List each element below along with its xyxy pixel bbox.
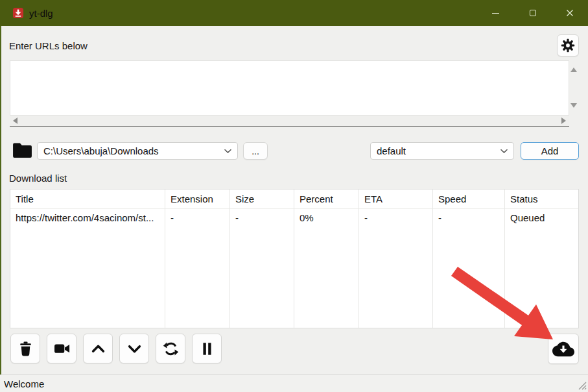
- minimize-button[interactable]: [477, 0, 514, 26]
- move-down-button[interactable]: [119, 334, 149, 363]
- minimize-icon: [492, 13, 499, 14]
- row-cell-title[interactable]: https://twitter.com/4sacinom/st...: [10, 209, 165, 227]
- column-header-extension[interactable]: Extension: [165, 190, 229, 209]
- row-cell-status[interactable]: Queued: [505, 209, 578, 227]
- trash-icon: [17, 340, 34, 358]
- chevron-up-icon: [89, 340, 107, 358]
- browse-button-label: ...: [252, 146, 259, 156]
- add-button-label: Add: [541, 145, 559, 156]
- profile-combobox[interactable]: default: [370, 142, 514, 160]
- scroll-down-icon[interactable]: [570, 103, 577, 108]
- column-percent: Percent 0%: [294, 190, 359, 328]
- start-downloads-button[interactable]: [548, 334, 579, 364]
- chevron-down-icon: [500, 149, 508, 153]
- column-header-eta[interactable]: ETA: [359, 190, 432, 209]
- column-extension: Extension -: [165, 190, 230, 328]
- pause-icon: [198, 340, 216, 358]
- video-camera-icon: [53, 340, 71, 358]
- close-button[interactable]: [551, 0, 588, 26]
- column-speed: Speed -: [433, 190, 505, 328]
- column-status: Status Queued: [505, 190, 578, 328]
- scroll-left-icon[interactable]: [13, 117, 18, 124]
- scroll-up-icon[interactable]: [570, 67, 577, 72]
- column-size: Size -: [230, 190, 294, 328]
- pause-button[interactable]: [192, 334, 222, 363]
- download-list-label: Download list: [9, 173, 67, 184]
- profile-value: default: [377, 145, 500, 156]
- scroll-right-icon[interactable]: [561, 117, 566, 124]
- maximize-icon: [530, 10, 536, 16]
- download-path-combobox[interactable]: C:\Users\abuja\Downloads: [37, 142, 238, 160]
- app-icon: [13, 8, 23, 18]
- statusbar: Welcome: [0, 374, 588, 392]
- resize-grip-icon[interactable]: [578, 382, 587, 390]
- column-header-status[interactable]: Status: [505, 190, 578, 209]
- maximize-button[interactable]: [514, 0, 551, 26]
- horizontal-scrollbar[interactable]: [10, 116, 569, 127]
- sync-arrows-icon: [162, 340, 180, 358]
- row-cell-speed[interactable]: -: [433, 209, 504, 227]
- watch-video-button[interactable]: [47, 334, 76, 363]
- move-up-button[interactable]: [83, 334, 113, 363]
- column-header-percent[interactable]: Percent: [294, 190, 359, 209]
- titlebar[interactable]: yt-dlg: [0, 0, 588, 26]
- browse-button[interactable]: ...: [243, 142, 268, 160]
- window-border-left: [0, 26, 1, 392]
- vertical-scrollbar[interactable]: [569, 60, 578, 116]
- enter-urls-label: Enter URLs below: [9, 40, 88, 51]
- url-textarea[interactable]: [10, 60, 569, 116]
- close-icon: [566, 9, 574, 17]
- column-eta: ETA -: [359, 190, 433, 328]
- chevron-down-icon: [126, 340, 143, 358]
- row-cell-size[interactable]: -: [230, 209, 294, 227]
- row-cell-extension[interactable]: -: [165, 209, 229, 227]
- chevron-down-icon: [224, 149, 231, 153]
- download-path-value: C:\Users\abuja\Downloads: [43, 145, 224, 156]
- yt-dlg-window: yt-dlg Enter URLs below: [0, 0, 588, 392]
- status-text: Welcome: [4, 378, 44, 389]
- column-header-speed[interactable]: Speed: [433, 190, 504, 209]
- open-folder-button[interactable]: [10, 140, 34, 161]
- delete-button[interactable]: [10, 334, 40, 363]
- column-header-size[interactable]: Size: [230, 190, 294, 209]
- row-cell-percent[interactable]: 0%: [294, 209, 359, 227]
- reload-button[interactable]: [156, 334, 185, 363]
- url-input-panel: [10, 60, 578, 128]
- folder-icon: [12, 141, 33, 160]
- gear-icon: [560, 38, 576, 53]
- add-button[interactable]: Add: [521, 142, 579, 160]
- settings-button[interactable]: [557, 34, 579, 56]
- download-list-table: Title https://twitter.com/4sacinom/st...…: [10, 189, 579, 328]
- column-title: Title https://twitter.com/4sacinom/st...: [10, 190, 165, 328]
- window-title: yt-dlg: [29, 8, 53, 19]
- cloud-download-icon: [552, 339, 574, 359]
- column-header-title[interactable]: Title: [10, 190, 165, 209]
- row-cell-eta[interactable]: -: [359, 209, 432, 227]
